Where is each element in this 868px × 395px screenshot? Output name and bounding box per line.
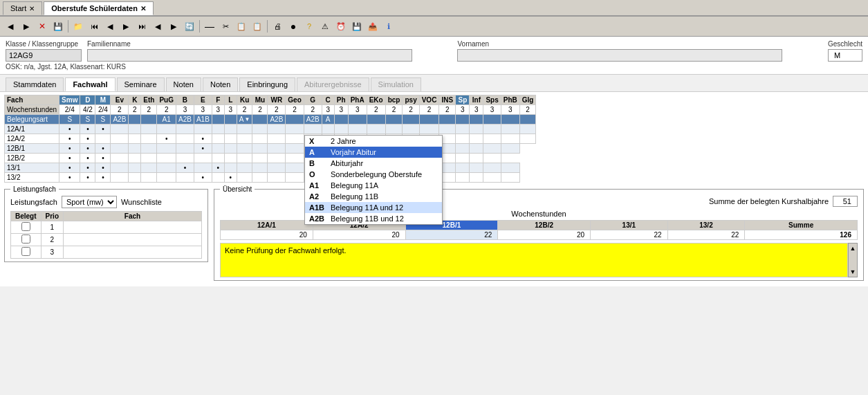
toolbar-btn-save2[interactable]: 💾	[349, 19, 364, 34]
tab-simulation: Simulation	[371, 77, 421, 91]
col-header-phb: PhB	[501, 95, 519, 105]
col-header-bcp: bcp	[385, 95, 403, 105]
toolbar-btn-next[interactable]: ▶	[118, 19, 133, 34]
col-header-pha: PhA	[348, 95, 367, 105]
toolbar-btn-fwd[interactable]: ▶	[19, 19, 34, 34]
geschlecht-label: Geschlecht	[828, 40, 862, 48]
vorname-label: Vornamen	[457, 40, 822, 48]
tab-noten1[interactable]: Noten	[166, 77, 201, 91]
tab-einbringung[interactable]: Einbringung	[239, 77, 295, 91]
dropdown-item-a[interactable]: A Vorjahr Abitur	[305, 147, 442, 158]
toolbar-btn-cut[interactable]: ✂	[218, 19, 233, 34]
toolbar-btn-copy[interactable]: 📋	[234, 19, 249, 34]
klasse-input[interactable]	[6, 49, 82, 62]
wunschliste-check-1[interactable]	[21, 222, 30, 231]
geschlecht-group: Geschlecht M	[828, 40, 862, 62]
toolbar-btn-x[interactable]: ✕	[35, 19, 50, 34]
table-row: 12A/2 • • • •	[5, 134, 536, 144]
toolbar-btn-info[interactable]: ℹ	[381, 19, 396, 34]
dropdown-item-a1b[interactable]: A1B Belegung 11A und 12	[305, 202, 442, 213]
toolbar-btn-save[interactable]: 💾	[50, 19, 66, 34]
dropdown-item-a1[interactable]: A1 Belegung 11A	[305, 180, 442, 191]
familienname-group: Familienname	[87, 40, 452, 62]
col-header-ph: Ph	[334, 95, 348, 105]
col-header-l: L	[224, 95, 237, 105]
osk-info: OSK: n/a, Jgst. 12A, Klassenart: KURS	[6, 63, 862, 71]
warning-scroll: Keine Prüfung der Fachwahl erfolgt. ▲ ▼	[220, 243, 858, 277]
table-row: 13/2 • • • • •	[5, 173, 536, 183]
col-header-smw: Smw	[59, 95, 80, 105]
toolbar-btn-refresh[interactable]: 🔄	[182, 19, 197, 34]
tab-bar: Start ✕ Oberstufe Schülerdaten ✕	[0, 0, 868, 17]
wunschliste-row-2: 2	[11, 234, 202, 246]
col-header-voc: VOC	[419, 95, 439, 105]
col-header-c: C	[322, 95, 334, 105]
table-row: 13/1 • • • • •	[5, 163, 536, 173]
close-icon[interactable]: ✕	[29, 5, 35, 12]
dropdown-item-x[interactable]: X 2 Jahre	[305, 136, 442, 147]
wunschliste-check-3[interactable]	[21, 247, 30, 256]
leistungsfach-select[interactable]: Sport (mw)	[62, 196, 117, 208]
toolbar-btn-clock[interactable]: ⏰	[333, 19, 349, 34]
col-header-f: F	[212, 95, 224, 105]
toolbar-btn-print[interactable]: 🖨	[270, 19, 285, 34]
wunschliste-row-3: 3	[11, 246, 202, 259]
toolbar-btn-export[interactable]: 📤	[365, 19, 380, 34]
tab-noten2[interactable]: Noten	[203, 77, 238, 91]
summe-label: Summe der belegten Kurshalbjahre	[709, 197, 829, 205]
col-header-glg: Glg	[519, 95, 536, 105]
tab-stammdaten[interactable]: Stammdaten	[6, 77, 64, 91]
table-row: 12B/2 • • •	[5, 154, 536, 163]
tab-abiturergebnisse: Abiturergebnisse	[297, 77, 369, 91]
fachwahl-table: Fach Smw D M Ev K Eth PuG B E F L Ku Mu …	[4, 95, 536, 183]
tab-seminare[interactable]: Seminare	[117, 77, 165, 91]
tab-fachwahl[interactable]: Fachwahl	[65, 77, 115, 91]
toolbar-btn-prev2[interactable]: ◀	[150, 19, 165, 34]
dropdown-item-b[interactable]: B Abiturjahr	[305, 158, 442, 169]
klasse-group: Klasse / Klassengruppe	[6, 40, 82, 62]
toolbar-btn-last[interactable]: ⏭	[134, 19, 149, 34]
leistungsfach-label: Leistungsfach	[10, 198, 57, 206]
summe-value: 51	[833, 196, 858, 207]
col-header-ku: Ku	[237, 95, 252, 105]
tab-oberstufe[interactable]: Oberstufe Schülerdaten ✕	[44, 1, 154, 15]
col-header-eth: Eth	[141, 95, 157, 105]
familienname-label: Familienname	[87, 40, 452, 48]
dropdown-item-a2b[interactable]: A2B Belegung 11B und 12	[305, 213, 442, 224]
col-header-sp: Sp	[456, 95, 470, 105]
sub-tabs: Stammdaten Fachwahl Seminare Noten Noten…	[0, 75, 868, 92]
close-icon[interactable]: ✕	[140, 5, 146, 12]
tab-start[interactable]: Start ✕	[3, 1, 42, 15]
toolbar-btn-warn[interactable]: ⚠	[317, 19, 333, 34]
wunschliste-check-2[interactable]	[21, 235, 30, 244]
col-header-mu: Mu	[252, 95, 268, 105]
toolbar-btn-prev[interactable]: ◀	[102, 19, 118, 34]
scrollbar[interactable]: ▲ ▼	[848, 243, 858, 277]
col-header-psy: psy	[403, 95, 419, 105]
col-header-wr: WR	[268, 95, 286, 105]
wunschliste-table: Belegt Prio Fach 1 2	[10, 211, 202, 259]
toolbar-btn-paste[interactable]: 📋	[250, 19, 265, 34]
dropdown-item-o[interactable]: O Sonderbelegung Oberstufe	[305, 169, 442, 180]
belegungsart-row: Belegungsart S S S A2B A1 A2B A1B A▼	[5, 115, 536, 125]
ubersicht-legend: Übersicht	[220, 185, 255, 193]
toolbar-btn-first[interactable]: ⏮	[86, 19, 102, 34]
col-header-fach: Fach	[5, 95, 59, 105]
familienname-input[interactable]	[87, 49, 412, 62]
warning-box: Keine Prüfung der Fachwahl erfolgt.	[220, 243, 848, 277]
toolbar-btn-minus[interactable]: —	[202, 19, 217, 34]
toolbar-btn-help[interactable]: ?	[302, 19, 317, 34]
belegungsart-dropdown[interactable]: X 2 Jahre A Vorjahr Abitur B Abiturjahr …	[304, 135, 443, 225]
toolbar-sep3	[267, 20, 268, 33]
toolbar-sep2	[199, 20, 200, 33]
wochenstunden-row: Wochenstunden 2/4 4/2 2/4 2 2 2 2 3 3 3 …	[5, 105, 536, 115]
vorname-input[interactable]	[457, 49, 782, 62]
toolbar-btn-folder[interactable]: 📁	[71, 19, 86, 34]
col-header-m: M	[95, 95, 111, 105]
col-header-k: K	[129, 95, 141, 105]
toolbar-btn-dot[interactable]: ●	[286, 19, 301, 34]
dropdown-item-a2[interactable]: A2 Belegung 11B	[305, 191, 442, 202]
toolbar-btn-next2[interactable]: ▶	[166, 19, 181, 34]
toolbar-btn-back[interactable]: ◀	[3, 19, 18, 34]
col-header-inf: Inf	[470, 95, 483, 105]
